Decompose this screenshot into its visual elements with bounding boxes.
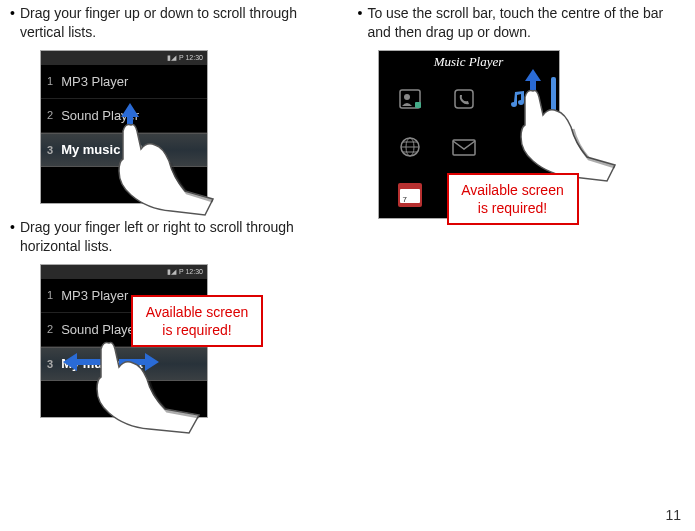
warning-line: is required! [141, 321, 253, 339]
warning-line: Available screen [457, 181, 569, 199]
tip-text: Drag your finger left or right to scroll… [20, 218, 338, 256]
bullet-dot: • [10, 218, 15, 256]
tip-horizontal-scroll: • Drag your finger left or right to scro… [10, 218, 338, 256]
warning-line: is required! [457, 199, 569, 217]
list-num: 3 [47, 144, 53, 156]
bullet-dot: • [10, 4, 15, 42]
tip-vertical-scroll: • Drag your finger up or down to scroll … [10, 4, 338, 42]
warning-overlay: Available screen is required! [131, 295, 263, 347]
arrow-vertical-icon [117, 103, 143, 193]
list-num: 2 [47, 109, 53, 121]
status-bar: ▮◢ P 12:30 [41, 51, 207, 65]
list-item: 1 MP3 Player [41, 65, 207, 99]
svg-rect-13 [453, 140, 475, 155]
right-column: • To use the scroll bar, touch the centr… [358, 4, 686, 432]
svg-rect-7 [455, 90, 473, 108]
mail-icon [451, 135, 477, 159]
list-num: 1 [47, 75, 53, 87]
globe-icon [397, 135, 423, 159]
svg-marker-1 [121, 155, 139, 193]
calendar-icon: 7 [397, 183, 423, 207]
list-label: Sound Player [61, 322, 139, 337]
status-time: P 12:30 [179, 54, 203, 61]
warning-overlay: Available screen is required! [447, 173, 579, 225]
phone-illustration-scrollbar: Music Player [378, 50, 560, 219]
tip-text: To use the scroll bar, touch the centre … [367, 4, 685, 42]
list-label: MP3 Player [61, 74, 128, 89]
bullet-dot: • [358, 4, 363, 42]
list-label: MP3 Player [61, 288, 128, 303]
list-num: 1 [47, 289, 53, 301]
left-column: • Drag your finger up or down to scroll … [10, 4, 338, 432]
svg-point-5 [404, 94, 410, 100]
svg-marker-14 [525, 69, 541, 97]
svg-rect-6 [415, 102, 421, 108]
arrow-vertical-icon [521, 69, 545, 141]
status-bar: ▮◢ P 12:30 [41, 265, 207, 279]
contact-icon [397, 87, 423, 111]
page-number: 11 [665, 507, 681, 523]
tip-scrollbar: • To use the scroll bar, touch the centr… [358, 4, 686, 42]
signal-icon: ▮◢ [167, 54, 176, 62]
phone-icon [451, 87, 477, 111]
status-time: P 12:30 [179, 268, 203, 275]
svg-marker-15 [525, 113, 541, 141]
arrow-horizontal-icon [63, 349, 159, 375]
scrollbar-thumb [551, 77, 556, 135]
list-num: 3 [47, 358, 53, 370]
phone-illustration-horizontal: ▮◢ P 12:30 1 MP3 Player 2 Sound Player 3… [40, 264, 208, 418]
svg-marker-0 [121, 103, 139, 141]
warning-line: Available screen [141, 303, 253, 321]
list-num: 2 [47, 323, 53, 335]
svg-marker-2 [63, 353, 103, 371]
signal-icon: ▮◢ [167, 268, 176, 276]
phone-illustration-vertical: ▮◢ P 12:30 1 MP3 Player 2 Sound Player 3… [40, 50, 208, 204]
svg-marker-3 [119, 353, 159, 371]
tip-text: Drag your finger up or down to scroll th… [20, 4, 338, 42]
